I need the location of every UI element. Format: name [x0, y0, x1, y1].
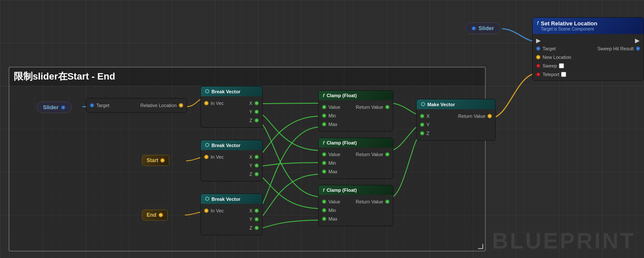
slider-top-output-pin[interactable]: [472, 26, 476, 31]
clamp-float-2-node: f Clamp (Float) Value Return Value Min M…: [318, 138, 393, 179]
break-vec3-y-label: Y: [249, 217, 252, 222]
clamp-3-return-label: Return Value: [356, 199, 383, 204]
set-rel-sweep-hit-pin[interactable]: [636, 46, 640, 51]
clamp-1-value-pin[interactable]: [322, 105, 326, 109]
clamp-2-min-pin[interactable]: [322, 161, 326, 165]
start-output-pin[interactable]: [160, 158, 165, 163]
break-vec2-z-pin[interactable]: [255, 172, 259, 176]
set-rel-sweep-row: Sweep: [533, 61, 644, 70]
clamp-2-title: Clamp (Float): [327, 140, 357, 145]
break-vector-2-body: In Vec X Y Z: [201, 150, 262, 181]
set-relative-location-node: f Set Relative Location Target is Scene …: [532, 17, 644, 81]
break-vec2-y-label: Y: [249, 163, 252, 168]
set-rel-target-label: Target: [543, 46, 556, 51]
clamp-1-min-pin[interactable]: [322, 114, 326, 118]
clamp-2-value-label: Value: [328, 152, 340, 157]
set-rel-teleport-pin[interactable]: [536, 72, 540, 77]
clamp-2-max-pin[interactable]: [322, 169, 326, 174]
break-vec3-x-pin[interactable]: [255, 209, 259, 213]
break-vec1-y-label: Y: [249, 109, 252, 114]
set-rel-target-pin[interactable]: [536, 46, 540, 51]
break-vec2-z-row: Z: [201, 170, 262, 178]
clamp-2-max-row: Max: [319, 167, 393, 176]
get-rel-output-pin[interactable]: [179, 103, 183, 108]
break-vec1-y-pin[interactable]: [255, 110, 259, 114]
make-vec-y-label: Y: [426, 122, 429, 127]
break-vec2-invec-pin[interactable]: [204, 155, 209, 159]
break-vec2-invec-label: In Vec: [211, 154, 224, 160]
break-vec1-x-pin[interactable]: [255, 101, 259, 105]
break-vec1-x-label: X: [249, 101, 252, 106]
break-vec2-x-pin[interactable]: [255, 155, 259, 159]
break-vec3-z-pin[interactable]: [255, 226, 259, 230]
break-vec1-z-label: Z: [249, 118, 252, 123]
make-vec-z-pin[interactable]: [420, 131, 424, 135]
clamp-1-return-pin[interactable]: [385, 105, 389, 109]
clamp-1-max-label: Max: [328, 122, 337, 127]
break-vector-3-header: ⬡ Break Vector: [201, 194, 262, 204]
clamp-1-min-label: Min: [328, 113, 336, 118]
break-vec2-y-row: Y: [201, 161, 262, 170]
clamp-3-min-pin[interactable]: [322, 208, 326, 212]
clamp-1-title: Clamp (Float): [327, 93, 357, 98]
clamp-2-header: f Clamp (Float): [319, 138, 393, 147]
start-label: Start: [147, 157, 158, 163]
clamp-3-body: Value Return Value Min Max: [319, 195, 393, 226]
clamp-3-value-pin[interactable]: [322, 200, 326, 204]
make-vec-return-pin[interactable]: [488, 114, 492, 118]
clamp-1-max-pin[interactable]: [322, 122, 326, 126]
break-vector-3-body: In Vec X Y Z: [201, 204, 262, 235]
break-vec3-y-pin[interactable]: [255, 217, 259, 221]
make-vector-title: Make Vector: [427, 102, 455, 107]
comment-box-title: 限制slider在Start - End: [9, 68, 485, 86]
break-vec2-y-pin[interactable]: [255, 163, 259, 168]
make-vec-x-pin[interactable]: [420, 114, 424, 118]
clamp-2-return-label: Return Value: [356, 152, 383, 157]
make-vector-header: ⬡ Make Vector: [417, 99, 495, 109]
set-rel-sweep-checkbox[interactable]: [559, 63, 564, 68]
get-rel-target-label: Target: [96, 103, 110, 108]
break-vector-1-header: ⬡ Break Vector: [201, 86, 262, 96]
make-vector-node: ⬡ Make Vector X Return Value Y Z: [416, 99, 496, 141]
set-rel-teleport-checkbox[interactable]: [561, 72, 566, 77]
clamp-3-max-pin[interactable]: [322, 217, 326, 221]
clamp-1-value-label: Value: [328, 104, 340, 110]
clamp-1-max-row: Max: [319, 120, 393, 129]
clamp-3-return-pin[interactable]: [385, 200, 389, 204]
break-vector-2-node: ⬡ Break Vector In Vec X Y Z: [200, 140, 263, 181]
set-rel-exec-in[interactable]: ▶: [536, 37, 541, 43]
get-rel-target-pin[interactable]: [90, 103, 94, 108]
make-vec-y-pin[interactable]: [420, 123, 424, 127]
break-vector-1-body: In Vec X Y Z: [201, 96, 262, 127]
break-vec3-invec-row: In Vec X: [201, 206, 262, 215]
clamp-2-return-pin[interactable]: [385, 152, 389, 157]
set-rel-exec-out[interactable]: ▶: [635, 37, 640, 43]
set-rel-teleport-row: Teleport: [533, 70, 644, 79]
break-vec2-z-label: Z: [249, 172, 252, 177]
clamp-1-min-row: Min: [319, 111, 393, 120]
break-vec3-z-label: Z: [249, 225, 252, 230]
set-rel-sweep-pin[interactable]: [536, 64, 540, 68]
break-vec1-invec-pin[interactable]: [204, 101, 209, 105]
slider-node-top: Slider: [465, 22, 500, 34]
set-rel-new-location-pin[interactable]: [536, 55, 540, 59]
break-vec1-z-pin[interactable]: [255, 118, 259, 123]
comment-resize-handle[interactable]: [478, 244, 483, 249]
make-vec-x-row: X Return Value: [417, 112, 495, 120]
break-vec2-x-label: X: [249, 154, 252, 160]
clamp-2-value-row: Value Return Value: [319, 150, 393, 159]
clamp-3-value-row: Value Return Value: [319, 197, 393, 206]
make-vec-return-label: Return Value: [458, 114, 485, 119]
end-output-pin[interactable]: [159, 213, 163, 217]
break-vec1-y-row: Y: [201, 108, 262, 116]
break-vector-2-header: ⬡ Break Vector: [201, 140, 262, 150]
clamp-3-min-label: Min: [328, 208, 336, 213]
break-vec1-z-row: Z: [201, 116, 262, 125]
clamp-1-value-row: Value Return Value: [319, 103, 393, 111]
end-node: End: [142, 209, 168, 221]
slider-left-output-pin[interactable]: [61, 105, 65, 110]
clamp-float-3-node: f Clamp (Float) Value Return Value Min M…: [318, 185, 393, 226]
clamp-3-max-label: Max: [328, 216, 337, 221]
clamp-2-value-pin[interactable]: [322, 152, 326, 157]
break-vec3-invec-pin[interactable]: [204, 209, 209, 213]
